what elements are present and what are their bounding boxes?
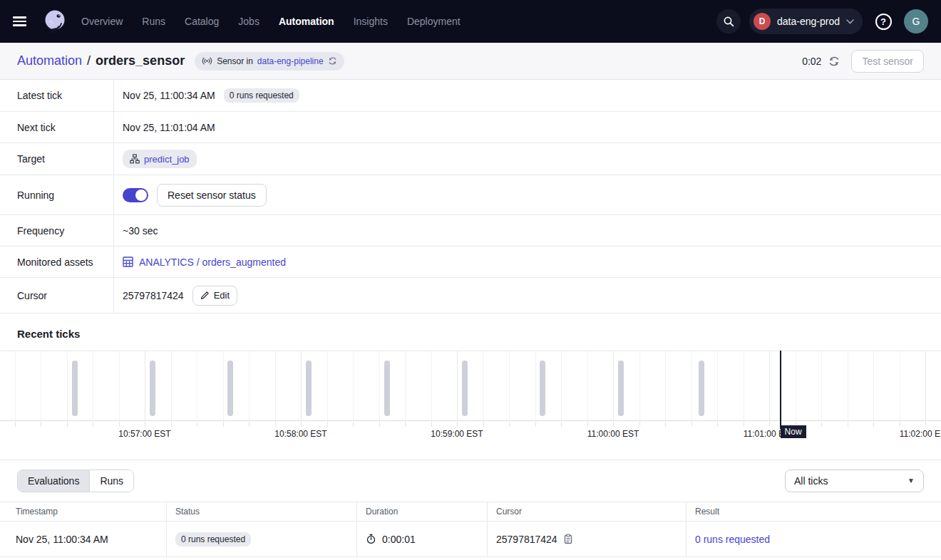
nav-item-runs[interactable]: Runs [142,16,165,27]
tick-bar[interactable] [540,361,545,416]
col-header-timestamp: Timestamp [0,502,166,521]
nav-item-catalog[interactable]: Catalog [185,16,219,27]
col-header-cursor: Cursor [487,502,686,521]
target-job-pill[interactable]: predict_job [123,150,197,168]
tick-bar[interactable] [462,361,468,416]
test-sensor-button[interactable]: Test sensor [851,50,924,73]
axis-tick-mark [275,422,276,427]
axis-tick-mark [431,422,432,427]
chart-gridline [691,351,692,420]
chart-gridline [873,351,874,420]
running-label: Running [0,175,114,214]
col-header-duration: Duration [356,502,487,521]
breadcrumb-automation-link[interactable]: Automation [17,53,82,68]
nav-item-jobs[interactable]: Jobs [238,16,259,27]
axis-tick-mark [769,422,770,427]
axis-tick-mark [483,422,484,427]
chart-gridline [509,351,510,420]
tick-bar[interactable] [72,361,78,416]
nav-item-automation[interactable]: Automation [279,16,334,27]
cursor-row: Cursor 25797817424 Edit [0,278,941,313]
top-navbar: Overview Runs Catalog Jobs Automation In… [0,0,941,43]
chart-gridline [275,351,276,420]
tick-bar[interactable] [384,361,390,416]
chevron-down-icon [846,19,854,24]
chart-gridline [717,351,718,420]
nav-item-insights[interactable]: Insights [354,16,388,27]
axis-label: 10:57:00 EST [118,429,170,439]
chart-gridline [639,351,640,420]
chart-gridline [301,351,302,420]
chart-gridline [900,351,900,420]
tick-bar[interactable] [699,361,704,416]
monitored-assets-row: Monitored assets ANALYTICS / orders_augm… [0,247,941,278]
tab-runs[interactable]: Runs [89,470,133,492]
nav-item-deployment[interactable]: Deployment [407,16,461,27]
tick-bar[interactable] [618,361,624,416]
recent-ticks-chart[interactable]: 10:57:00 EST10:58:00 EST10:59:00 EST11:0… [0,351,941,450]
chart-gridline [665,351,666,420]
axis-tick-mark [301,422,302,427]
evaluations-table: Timestamp Status Duration Cursor Result … [0,502,941,557]
chart-gridline [405,351,406,420]
tick-filter-value: All ticks [794,475,828,487]
sync-icon [328,56,337,66]
pencil-icon [200,291,210,300]
target-label: Target [0,143,114,175]
cell-result-link[interactable]: 0 runs requested [695,534,770,545]
help-button[interactable]: ? [871,9,895,33]
axis-tick-mark [41,422,41,427]
chart-gridline [171,351,172,420]
chart-gridline [483,351,484,420]
tab-evaluations[interactable]: Evaluations [18,470,89,492]
axis-tick-mark [900,422,900,427]
tick-bar[interactable] [227,361,233,416]
refresh-icon[interactable] [828,56,840,67]
code-location-link[interactable]: data-eng-pipeline [257,56,324,66]
chart-gridline [796,351,796,420]
chart-gridline [457,351,458,420]
tick-bar[interactable] [150,361,155,416]
chart-gridline [353,351,354,420]
nav-item-overview[interactable]: Overview [81,16,123,27]
monitored-asset-link[interactable]: ANALYTICS / orders_augmented [123,256,286,268]
copy-icon[interactable] [563,534,573,544]
col-header-result: Result [686,502,941,521]
chart-gridline [249,351,250,420]
user-avatar[interactable]: G [904,9,928,33]
reset-sensor-status-button[interactable]: Reset sensor status [157,184,267,207]
axis-tick-mark [873,422,874,427]
chart-gridline [769,351,770,420]
latest-tick-row: Latest tick Nov 25, 11:00:34 AM 0 runs r… [0,80,941,112]
hamburger-menu-icon[interactable] [10,9,34,33]
axis-tick-mark [405,422,406,427]
search-button[interactable] [716,9,741,33]
chart-gridline [41,351,41,420]
axis-tick-mark [587,422,588,427]
chart-gridline [223,351,224,420]
recent-ticks-heading: Recent ticks [0,313,941,351]
cursor-label: Cursor [0,278,114,313]
col-header-status: Status [166,502,356,521]
table-row: Nov 25, 11:00:34 AM 0 runs requested 0:0… [0,522,941,557]
axis-tick-mark [744,422,744,427]
axis-tick-mark [327,422,328,427]
axis-tick-mark [379,422,380,427]
workspace-switcher[interactable]: D data-eng-prod [749,9,863,34]
dagster-logo-icon[interactable] [41,8,68,35]
axis-tick-mark [67,422,68,427]
axis-tick-mark [171,422,172,427]
next-tick-value: Nov 25, 11:01:04 AM [123,122,215,133]
next-tick-label: Next tick [0,112,114,142]
axis-tick-mark [821,422,822,427]
running-toggle[interactable] [123,188,148,202]
now-marker-line [780,351,781,429]
axis-tick-mark [457,422,458,427]
help-icon: ? [875,14,892,30]
sensor-icon [202,56,212,66]
axis-tick-mark [197,422,197,427]
tick-filter-select[interactable]: All ticks ▼ [785,470,924,492]
axis-tick-mark [509,422,510,427]
tick-bar[interactable] [306,361,312,416]
edit-cursor-button[interactable]: Edit [192,286,237,306]
